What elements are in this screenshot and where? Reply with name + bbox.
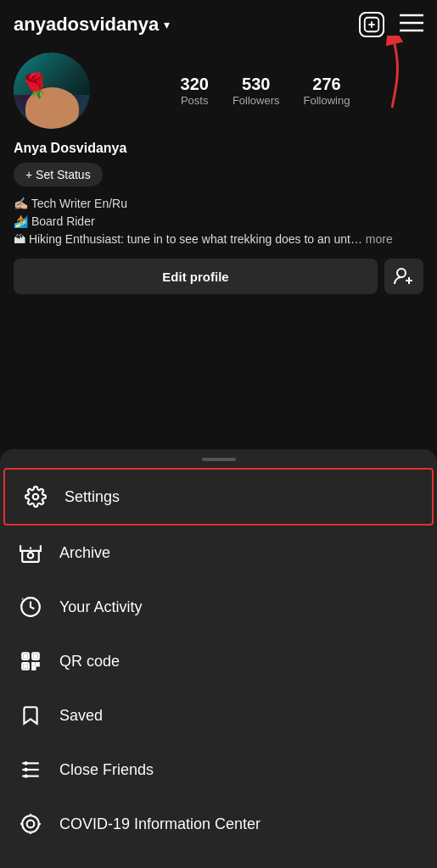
followers-count: 530 xyxy=(242,75,270,94)
close-friends-icon xyxy=(19,758,42,782)
svg-point-27 xyxy=(24,774,27,777)
qr-code-label: QR code xyxy=(59,653,120,670)
menu-item-settings[interactable]: Settings xyxy=(3,468,434,526)
svg-point-10 xyxy=(33,494,39,500)
stat-followers[interactable]: 530 Followers xyxy=(233,75,280,107)
hamburger-menu-icon[interactable] xyxy=(400,14,423,36)
svg-rect-19 xyxy=(32,663,34,665)
avatar[interactable]: 🌹 xyxy=(14,53,90,129)
svg-rect-18 xyxy=(24,665,26,667)
svg-rect-17 xyxy=(34,654,36,657)
saved-label: Saved xyxy=(59,707,103,725)
stat-posts[interactable]: 320 Posts xyxy=(181,75,209,107)
svg-point-25 xyxy=(24,761,27,765)
profile-name: Anya Dosvidanya xyxy=(14,141,423,156)
qr-code-icon xyxy=(19,649,42,673)
add-post-icon[interactable] xyxy=(359,12,384,37)
followers-label: Followers xyxy=(233,94,280,107)
saved-icon xyxy=(19,704,42,727)
covid-label: COVID-19 Information Center xyxy=(59,815,261,833)
close-friends-label: Close Friends xyxy=(59,761,154,779)
drag-handle[interactable] xyxy=(202,458,236,461)
menu-item-archive[interactable]: Archive xyxy=(0,526,437,580)
action-buttons: Edit profile xyxy=(14,259,423,294)
archive-label: Archive xyxy=(59,544,110,562)
svg-point-7 xyxy=(397,269,406,277)
profile-stats: 320 Posts 530 Followers 276 Following xyxy=(107,75,423,107)
edit-profile-button[interactable]: Edit profile xyxy=(14,259,378,294)
header-icons xyxy=(359,12,423,37)
activity-icon xyxy=(19,595,42,619)
covid-icon xyxy=(19,812,42,836)
add-friend-button[interactable] xyxy=(384,259,423,294)
profile-section: 🌹 320 Posts 530 Followers 276 Following … xyxy=(0,46,437,308)
following-count: 276 xyxy=(312,75,340,94)
svg-point-11 xyxy=(28,553,34,559)
svg-point-29 xyxy=(27,821,35,828)
bio-line-3: 🏔 Hiking Enthusiast: tune in to see what… xyxy=(14,231,423,248)
bio-line-1: ✍🏼 Tech Writer En/Ru xyxy=(14,195,423,213)
svg-point-26 xyxy=(24,768,27,771)
svg-point-28 xyxy=(22,815,39,832)
settings-label: Settings xyxy=(64,488,120,506)
set-status-button[interactable]: + Set Status xyxy=(14,163,103,186)
set-status-label: + Set Status xyxy=(25,168,91,181)
following-label: Following xyxy=(304,94,350,107)
activity-label: Your Activity xyxy=(59,598,142,616)
bio-line-2: 🏄 Board Rider xyxy=(14,213,423,231)
header-left: anyadosvidanya ▾ xyxy=(14,14,170,36)
bottom-sheet: Settings Archive Your Activity xyxy=(0,449,437,868)
menu-item-saved[interactable]: Saved xyxy=(0,688,437,743)
menu-item-covid[interactable]: COVID-19 Information Center xyxy=(0,797,437,851)
stat-following[interactable]: 276 Following xyxy=(304,75,350,107)
svg-rect-16 xyxy=(24,654,26,657)
profile-top: 🌹 320 Posts 530 Followers 276 Following xyxy=(14,53,423,129)
posts-label: Posts xyxy=(181,94,209,107)
archive-icon xyxy=(19,541,42,565)
chevron-down-icon[interactable]: ▾ xyxy=(164,18,170,31)
menu-item-your-activity[interactable]: Your Activity xyxy=(0,580,437,634)
svg-rect-20 xyxy=(36,663,39,665)
profile-bio: ✍🏼 Tech Writer En/Ru 🏄 Board Rider 🏔 Hik… xyxy=(14,195,423,248)
bio-more-link[interactable]: more xyxy=(366,232,393,246)
menu-item-close-friends[interactable]: Close Friends xyxy=(0,743,437,797)
posts-count: 320 xyxy=(181,75,209,94)
menu-item-qr-code[interactable]: QR code xyxy=(0,634,437,688)
header: anyadosvidanya ▾ xyxy=(0,0,437,46)
settings-icon xyxy=(24,485,48,509)
username-label[interactable]: anyadosvidanya xyxy=(14,14,159,36)
svg-rect-21 xyxy=(32,667,35,670)
